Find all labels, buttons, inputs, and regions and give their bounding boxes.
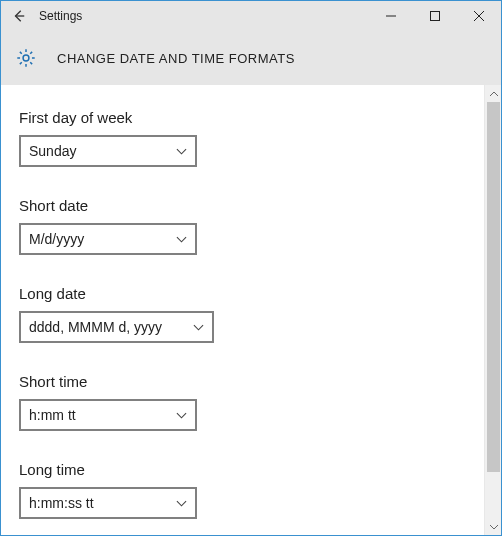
back-button[interactable] (1, 1, 37, 31)
svg-rect-0 (431, 12, 440, 21)
select-value: h:mm tt (29, 407, 76, 423)
chevron-down-icon (176, 146, 187, 157)
chevron-down-icon (176, 498, 187, 509)
field-short-time: Short time h:mm tt (19, 373, 483, 431)
close-icon (474, 11, 484, 21)
form: First day of week Sunday Short date M/d/… (1, 85, 501, 536)
window-controls (369, 1, 501, 31)
field-short-date: Short date M/d/yyyy (19, 197, 483, 255)
maximize-button[interactable] (413, 1, 457, 31)
select-value: M/d/yyyy (29, 231, 84, 247)
label-first-day-of-week: First day of week (19, 109, 483, 126)
vertical-scrollbar[interactable] (484, 85, 501, 535)
scroll-thumb[interactable] (487, 102, 500, 472)
maximize-icon (430, 11, 440, 21)
content-area: First day of week Sunday Short date M/d/… (1, 85, 501, 535)
chevron-up-icon (490, 90, 498, 98)
minimize-icon (386, 11, 396, 21)
close-button[interactable] (457, 1, 501, 31)
select-long-time[interactable]: h:mm:ss tt (19, 487, 197, 519)
label-short-date: Short date (19, 197, 483, 214)
select-first-day-of-week[interactable]: Sunday (19, 135, 197, 167)
svg-point-1 (23, 55, 29, 61)
window-title: Settings (39, 9, 82, 23)
chevron-down-icon (176, 410, 187, 421)
select-short-time[interactable]: h:mm tt (19, 399, 197, 431)
field-long-time: Long time h:mm:ss tt (19, 461, 483, 519)
select-value: h:mm:ss tt (29, 495, 94, 511)
field-first-day-of-week: First day of week Sunday (19, 109, 483, 167)
label-long-time: Long time (19, 461, 483, 478)
field-long-date: Long date dddd, MMMM d, yyyy (19, 285, 483, 343)
scroll-down-button[interactable] (485, 518, 502, 535)
select-value: Sunday (29, 143, 76, 159)
chevron-down-icon (176, 234, 187, 245)
select-short-date[interactable]: M/d/yyyy (19, 223, 197, 255)
select-value: dddd, MMMM d, yyyy (29, 319, 162, 335)
label-short-time: Short time (19, 373, 483, 390)
label-long-date: Long date (19, 285, 483, 302)
select-long-date[interactable]: dddd, MMMM d, yyyy (19, 311, 214, 343)
gear-icon (15, 47, 37, 69)
back-arrow-icon (12, 9, 26, 23)
scroll-up-button[interactable] (485, 85, 502, 102)
chevron-down-icon (193, 322, 204, 333)
chevron-down-icon (490, 523, 498, 531)
minimize-button[interactable] (369, 1, 413, 31)
page-title: CHANGE DATE AND TIME FORMATS (57, 51, 295, 66)
page-header: CHANGE DATE AND TIME FORMATS (1, 31, 501, 85)
title-bar: Settings (1, 1, 501, 31)
